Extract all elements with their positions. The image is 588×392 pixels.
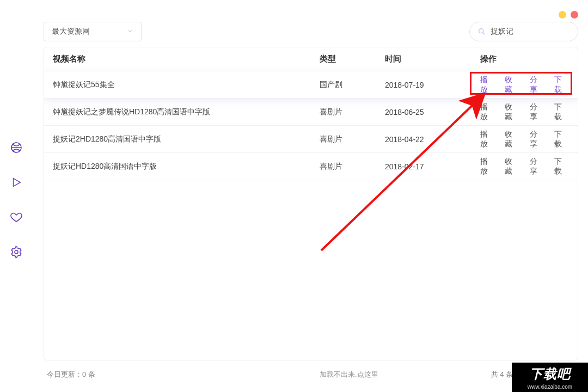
table-row[interactable]: 捉妖记HD1280高清国语中字版 喜剧片 2018-02-17 播放 收藏 分享… — [44, 153, 578, 180]
play-link[interactable]: 播放 — [480, 102, 495, 122]
top-bar: 最大资源网 — [44, 21, 578, 42]
table-header: 视频名称 类型 时间 操作 — [44, 47, 578, 71]
cell-type: 喜剧片 — [320, 162, 385, 171]
header-type: 类型 — [320, 54, 385, 64]
cell-type: 喜剧片 — [320, 107, 385, 117]
play-icon[interactable] — [9, 175, 23, 189]
play-link[interactable]: 播放 — [480, 130, 495, 149]
cell-time: 2018-02-17 — [385, 162, 480, 171]
cell-type: 国产剧 — [320, 80, 385, 90]
svg-line-4 — [483, 33, 485, 35]
svg-marker-1 — [14, 179, 21, 187]
search-icon — [477, 27, 486, 36]
retry-link[interactable]: 加载不出来,点这里 — [207, 370, 491, 379]
table-row[interactable]: 钟馗捉妖记之梦魇传说HD1280高清国语中字版 喜剧片 2018-06-25 播… — [44, 99, 578, 126]
favorite-link[interactable]: 收藏 — [505, 157, 519, 176]
heart-icon[interactable] — [9, 210, 23, 224]
total-count: 共 4 条 — [491, 370, 513, 379]
today-update: 今日更新：0 条 — [44, 370, 207, 379]
cell-name: 钟馗捉妖记55集全 — [53, 80, 320, 90]
download-link[interactable]: 下载 — [554, 130, 569, 149]
watermark: 下载吧 www.xiazaiba.com — [512, 363, 588, 392]
table-row[interactable]: 捉妖记2HD1280高清国语中字版 喜剧片 2018-04-22 播放 收藏 分… — [44, 126, 578, 153]
window-controls — [559, 11, 578, 19]
cell-ops: 播放 收藏 分享 下载 — [480, 75, 569, 95]
cell-type: 喜剧片 — [320, 134, 385, 144]
table-row[interactable]: 钟馗捉妖记55集全 国产剧 2018-07-19 播放 收藏 分享 下载 — [44, 71, 578, 99]
cell-name: 捉妖记HD1280高清国语中字版 — [53, 162, 320, 171]
download-link[interactable]: 下载 — [554, 157, 569, 176]
watermark-url: www.xiazaiba.com — [528, 384, 572, 390]
header-name: 视频名称 — [53, 54, 320, 64]
favorite-link[interactable]: 收藏 — [505, 75, 519, 95]
download-link[interactable]: 下载 — [554, 75, 569, 95]
favorite-link[interactable]: 收藏 — [505, 130, 519, 149]
footer-bar: 今日更新：0 条 加载不出来,点这里 共 4 条 1 — [44, 365, 578, 384]
watermark-title: 下载吧 — [530, 365, 571, 383]
header-ops: 操作 — [480, 54, 569, 64]
source-dropdown-label: 最大资源网 — [52, 27, 90, 36]
search-input[interactable] — [491, 27, 567, 36]
cell-ops: 播放 收藏 分享 下载 — [480, 130, 569, 149]
cell-ops: 播放 收藏 分享 下载 — [480, 157, 569, 176]
cell-name: 钟馗捉妖记之梦魇传说HD1280高清国语中字版 — [53, 107, 320, 117]
share-link[interactable]: 分享 — [530, 75, 544, 95]
gear-icon[interactable] — [9, 245, 23, 259]
browse-icon[interactable] — [9, 140, 23, 155]
play-link[interactable]: 播放 — [480, 157, 495, 176]
download-link[interactable]: 下载 — [554, 102, 569, 122]
cell-time: 2018-04-22 — [385, 135, 480, 144]
cell-time: 2018-06-25 — [385, 108, 480, 117]
svg-point-2 — [15, 250, 18, 254]
share-link[interactable]: 分享 — [530, 130, 544, 149]
results-table: 视频名称 类型 时间 操作 钟馗捉妖记55集全 国产剧 2018-07-19 播… — [44, 47, 578, 360]
share-link[interactable]: 分享 — [530, 157, 544, 176]
close-button[interactable] — [571, 11, 578, 19]
cell-time: 2018-07-19 — [385, 81, 480, 89]
side-rail — [0, 0, 33, 392]
share-link[interactable]: 分享 — [530, 102, 544, 122]
chevron-down-icon — [127, 27, 133, 36]
cell-name: 捉妖记2HD1280高清国语中字版 — [53, 134, 320, 144]
svg-point-3 — [479, 29, 483, 33]
cell-ops: 播放 收藏 分享 下载 — [480, 102, 569, 122]
favorite-link[interactable]: 收藏 — [505, 102, 519, 122]
source-dropdown[interactable]: 最大资源网 — [44, 22, 142, 41]
search-box[interactable] — [469, 22, 578, 41]
minimize-button[interactable] — [559, 11, 566, 19]
play-link[interactable]: 播放 — [480, 75, 495, 95]
header-time: 时间 — [385, 54, 480, 64]
